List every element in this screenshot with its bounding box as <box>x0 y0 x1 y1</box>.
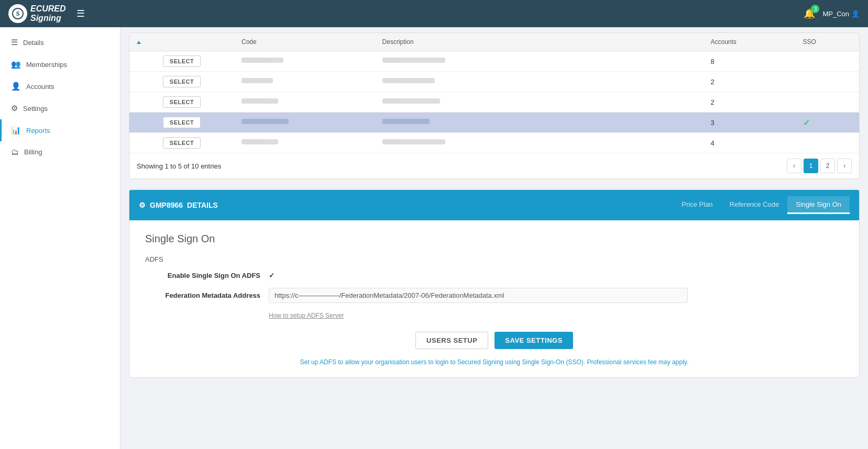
svg-text:S: S <box>16 11 20 17</box>
row-accounts-cell: 2 <box>703 92 795 113</box>
save-settings-button[interactable]: SAVE SETTINGS <box>495 332 573 349</box>
page-2-button[interactable]: 2 <box>820 159 835 173</box>
col-code[interactable]: Code <box>234 33 375 51</box>
logo-icon: S <box>8 4 27 23</box>
row-sso-cell <box>796 92 859 113</box>
col-accounts[interactable]: Accounts <box>703 33 795 51</box>
prev-page-button[interactable]: ‹ <box>787 159 801 173</box>
blurred-desc <box>382 119 430 124</box>
blurred-desc <box>382 98 440 104</box>
row-code-cell <box>234 72 375 92</box>
row-accounts-cell: 2 <box>703 72 795 92</box>
memberships-table: Code Description Accounts SSO <box>129 33 859 153</box>
details-icon: ☰ <box>11 38 18 47</box>
table-row: SELECT 2 <box>129 72 859 92</box>
user-icon: 👤 <box>851 10 860 18</box>
main-header: S ECUREDSigning ☰ 🔔 3 MP_Con 👤 <box>0 0 868 27</box>
sidebar-item-reports[interactable]: 📊 Reports <box>0 119 120 141</box>
details-body: Single Sign On ADFS Enable Single Sign O… <box>129 220 859 377</box>
sidebar-item-accounts[interactable]: 👤 Accounts <box>0 75 120 97</box>
notification-bell[interactable]: 🔔 3 <box>804 8 815 19</box>
header-right: 🔔 3 MP_Con 👤 <box>804 8 860 19</box>
sidebar-item-billing[interactable]: 🗂 Billing <box>0 141 120 163</box>
sidebar-label-settings: Settings <box>23 105 48 113</box>
select-button[interactable]: SELECT <box>163 117 201 128</box>
col-sso: SSO <box>796 33 859 51</box>
showing-text: Showing 1 to 5 of 10 entries <box>137 162 221 170</box>
info-text: Set up ADFS to allow your organisation u… <box>145 357 843 367</box>
sso-check-icon: ✓ <box>803 118 810 127</box>
blurred-desc <box>382 58 445 63</box>
billing-icon: 🗂 <box>11 148 19 156</box>
col-accounts-label: Accounts <box>710 38 736 46</box>
row-sso-cell <box>796 51 859 72</box>
row-action-cell: SELECT <box>129 113 234 133</box>
row-desc-cell <box>375 92 704 113</box>
page-1-button[interactable]: 1 <box>804 159 818 173</box>
col-sso-label: SSO <box>803 38 816 46</box>
blurred-code <box>241 119 289 124</box>
row-action-cell: SELECT <box>129 133 234 153</box>
details-card: ⚙ GMP8966 DETAILS Price Plan Reference C… <box>129 189 860 378</box>
sidebar-label-reports: Reports <box>26 127 50 134</box>
row-code-cell <box>234 113 375 133</box>
select-button[interactable]: SELECT <box>163 55 201 67</box>
main-content: Code Description Accounts SSO <box>120 27 868 449</box>
subsection-label: ADFS <box>145 255 843 263</box>
section-title: Single Sign On <box>145 233 843 245</box>
details-code: GMP8966 <box>150 201 183 209</box>
next-page-button[interactable]: › <box>837 159 852 173</box>
sidebar-item-memberships[interactable]: 👥 Memberships <box>0 53 120 75</box>
details-header: ⚙ GMP8966 DETAILS Price Plan Reference C… <box>129 190 859 220</box>
enable-sso-row: Enable Single Sign On ADFS ✓ <box>145 272 843 279</box>
row-desc-cell <box>375 51 704 72</box>
select-button[interactable]: SELECT <box>163 76 201 87</box>
row-desc-cell <box>375 72 704 92</box>
sidebar: ☰ Details 👥 Memberships 👤 Accounts ⚙ Set… <box>0 27 120 449</box>
header-left: S ECUREDSigning ☰ <box>8 4 85 23</box>
row-sso-cell: ✓ <box>796 113 859 133</box>
blurred-desc <box>382 139 445 144</box>
sidebar-label-details: Details <box>23 39 44 47</box>
federation-metadata-label: Federation Metadata Address <box>145 291 260 299</box>
notification-badge: 3 <box>811 5 819 13</box>
col-description[interactable]: Description <box>375 33 704 51</box>
logo: S ECUREDSigning <box>8 4 66 23</box>
sidebar-label-accounts: Accounts <box>26 83 54 91</box>
row-code-cell <box>234 133 375 153</box>
table-row: SELECT 4 <box>129 133 859 153</box>
memberships-icon: 👥 <box>11 60 21 69</box>
table-row: SELECT 8 <box>129 51 859 72</box>
row-accounts-cell: 4 <box>703 133 795 153</box>
sidebar-item-settings[interactable]: ⚙ Settings <box>0 97 120 119</box>
details-icon: ⚙ <box>139 201 146 209</box>
app-layout: ☰ Details 👥 Memberships 👤 Accounts ⚙ Set… <box>0 27 868 449</box>
reports-icon: 📊 <box>11 126 21 135</box>
tab-price-plan[interactable]: Price Plan <box>673 196 721 214</box>
select-button[interactable]: SELECT <box>163 137 201 149</box>
tab-single-sign-on[interactable]: Single Sign On <box>787 196 850 214</box>
row-desc-cell <box>375 113 704 133</box>
sidebar-item-details[interactable]: ☰ Details <box>0 31 120 53</box>
row-code-cell <box>234 51 375 72</box>
select-button[interactable]: SELECT <box>163 96 201 108</box>
help-link-row: How to setup ADFS Server <box>145 311 843 319</box>
table-row-selected: SELECT 3 ✓ <box>129 113 859 133</box>
logo-text: ECUREDSigning <box>30 4 66 23</box>
enable-sso-value: ✓ <box>269 272 274 279</box>
sort-arrow-icon <box>137 41 141 44</box>
settings-icon: ⚙ <box>11 104 18 113</box>
col-description-label: Description <box>382 38 414 46</box>
pagination: ‹ 1 2 › <box>787 159 852 173</box>
details-title: ⚙ GMP8966 DETAILS <box>139 201 218 209</box>
row-accounts-cell: 8 <box>703 51 795 72</box>
blurred-desc <box>382 78 435 83</box>
details-tabs: Price Plan Reference Code Single Sign On <box>673 196 850 214</box>
hamburger-menu[interactable]: ☰ <box>76 8 85 19</box>
users-setup-button[interactable]: USERS SETUP <box>415 332 488 349</box>
user-menu[interactable]: MP_Con 👤 <box>822 10 860 18</box>
federation-metadata-input[interactable] <box>269 288 688 303</box>
blurred-code <box>241 78 273 83</box>
adfs-help-link[interactable]: How to setup ADFS Server <box>269 312 344 319</box>
tab-reference-code[interactable]: Reference Code <box>721 196 788 214</box>
